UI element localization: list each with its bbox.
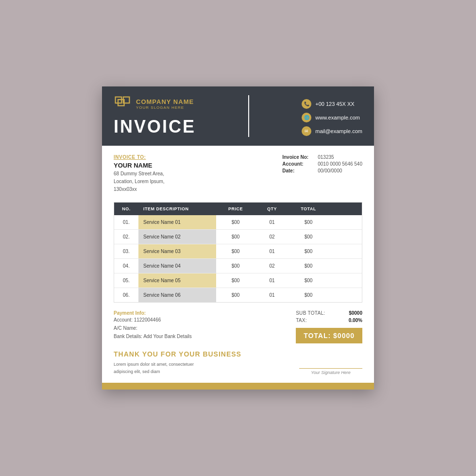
website-contact: 🌐 www.example.com — [302, 113, 362, 122]
signature-text: Your Signature Here — [299, 370, 362, 375]
email-icon: ✉ — [302, 126, 311, 136]
cell-desc: Service Name 05 — [138, 273, 216, 288]
cell-qty: 01 — [255, 273, 289, 288]
table-row: 01. Service Name 01 $00 01 $00 — [114, 215, 362, 230]
cell-desc: Service Name 01 — [138, 215, 216, 229]
bill-to-label: INVOICE TO: — [114, 154, 165, 160]
invoice-header: COMPANY NAME YOUR SLOGAN HERE INVOICE 📞 … — [102, 86, 374, 146]
thank-you-left: THANK YOU FOR YOUR BUSINESS Lorem ipsum … — [114, 350, 241, 375]
col-qty: QTY — [255, 203, 289, 215]
cell-no: 05. — [114, 273, 138, 288]
cell-price: $00 — [216, 244, 255, 258]
footer-section: Payment Info: Account: 1122004466 A/C Na… — [102, 303, 374, 343]
signature-area: Your Signature Here — [299, 368, 362, 375]
header-left: COMPANY NAME YOUR SLOGAN HERE INVOICE — [114, 95, 196, 137]
payment-label: Payment Info: — [114, 310, 192, 316]
cell-no: 03. — [114, 244, 138, 258]
client-address: 68 Dummy Street Area, Location, Lorem Ip… — [114, 170, 165, 193]
cell-price: $00 — [216, 273, 255, 288]
table-row: 03. Service Name 03 $00 01 $00 — [114, 244, 362, 259]
table-row: 04. Service Name 04 $00 02 $00 — [114, 259, 362, 273]
invoice-table: NO. ITEM DESCRIPTION PRICE QTY TOTAL 01.… — [114, 202, 362, 303]
contact-info: 📞 +00 123 45X XX 🌐 www.example.com ✉ mai… — [302, 95, 362, 137]
payment-account: Account: 1122004466 — [114, 316, 192, 324]
company-name: COMPANY NAME — [136, 98, 194, 105]
bill-to-info: INVOICE TO: YOUR NAME 68 Dummy Street Ar… — [114, 154, 165, 193]
cell-total: $00 — [289, 273, 328, 288]
cell-qty: 02 — [255, 230, 289, 244]
company-text: COMPANY NAME YOUR SLOGAN HERE — [136, 98, 194, 110]
phone-icon: 📞 — [302, 99, 311, 109]
cell-price: $00 — [216, 259, 255, 273]
cell-total: $00 — [289, 215, 328, 229]
table-row: 02. Service Name 02 $00 02 $00 — [114, 230, 362, 244]
payment-ac-name: A/C Name: — [114, 324, 192, 332]
table-rows: 01. Service Name 01 $00 01 $00 02. Servi… — [114, 215, 362, 302]
cell-no: 01. — [114, 215, 138, 229]
cell-no: 02. — [114, 230, 138, 244]
cell-price: $00 — [216, 215, 255, 229]
table-header: NO. ITEM DESCRIPTION PRICE QTY TOTAL — [114, 203, 362, 215]
tax-row: TAX: 0.00% — [296, 318, 362, 323]
table-row: 05. Service Name 05 $00 01 $00 — [114, 273, 362, 288]
company-slogan: YOUR SLOGAN HERE — [136, 105, 194, 110]
phone-contact: 📞 +00 123 45X XX — [302, 99, 362, 109]
phone-number: +00 123 45X XX — [315, 101, 354, 107]
meta-date: Date: 00/00/0000 — [282, 168, 362, 173]
header-divider — [248, 95, 249, 137]
cell-qty: 01 — [255, 244, 289, 258]
cell-qty: 01 — [255, 215, 289, 229]
cell-total: $00 — [289, 259, 328, 273]
grand-total-box: TOTAL: $0000 — [296, 328, 362, 343]
cell-desc: Service Name 03 — [138, 244, 216, 258]
meta-account: Account: 0010 0000 5646 540 — [282, 161, 362, 167]
signature-line — [299, 368, 362, 369]
website-url: www.example.com — [315, 115, 360, 120]
cell-price: $00 — [216, 288, 255, 302]
invoice-meta: Invoice No: 013235 Account: 0010 0000 56… — [282, 154, 362, 175]
col-price: PRICE — [216, 203, 255, 215]
footer-body-text: Lorem ipsum dolor sit amet, consectetuer… — [114, 361, 241, 375]
cell-desc: Service Name 02 — [138, 230, 216, 244]
company-logo-icon — [114, 95, 131, 113]
cell-total: $00 — [289, 230, 328, 244]
cell-qty: 02 — [255, 259, 289, 273]
cell-desc: Service Name 04 — [138, 259, 216, 273]
company-branding: COMPANY NAME YOUR SLOGAN HERE — [114, 95, 196, 113]
table-row: 06. Service Name 06 $00 01 $00 — [114, 288, 362, 302]
cell-no: 04. — [114, 259, 138, 273]
meta-invoice-no: Invoice No: 013235 — [282, 154, 362, 160]
cell-desc: Service Name 06 — [138, 288, 216, 302]
invoice-title: INVOICE — [114, 117, 196, 137]
subtotal-row: SUB TOTAL: $0000 — [296, 310, 362, 316]
thank-you-section: THANK YOU FOR YOUR BUSINESS Lorem ipsum … — [102, 343, 374, 383]
totals-section: SUB TOTAL: $0000 TAX: 0.00% TOTAL: $0000 — [296, 310, 362, 343]
col-no: NO. — [114, 203, 138, 215]
cell-no: 06. — [114, 288, 138, 302]
client-name: YOUR NAME — [114, 162, 165, 169]
billing-section: INVOICE TO: YOUR NAME 68 Dummy Street Ar… — [102, 146, 374, 202]
col-desc: ITEM DESCRIPTION — [138, 203, 216, 215]
email-address: mail@example.com — [315, 128, 362, 134]
email-contact: ✉ mail@example.com — [302, 126, 362, 136]
invoice-document: COMPANY NAME YOUR SLOGAN HERE INVOICE 📞 … — [102, 86, 374, 390]
globe-icon: 🌐 — [302, 113, 311, 122]
thank-you-text: THANK YOU FOR YOUR BUSINESS — [114, 350, 241, 358]
bottom-bar — [102, 383, 374, 390]
cell-total: $00 — [289, 244, 328, 258]
cell-total: $00 — [289, 288, 328, 302]
col-total: TOTAL — [289, 203, 328, 215]
cell-qty: 01 — [255, 288, 289, 302]
payment-info: Payment Info: Account: 1122004466 A/C Na… — [114, 310, 192, 340]
payment-bank-details: Bank Details: Add Your Bank Details — [114, 332, 192, 340]
cell-price: $00 — [216, 230, 255, 244]
